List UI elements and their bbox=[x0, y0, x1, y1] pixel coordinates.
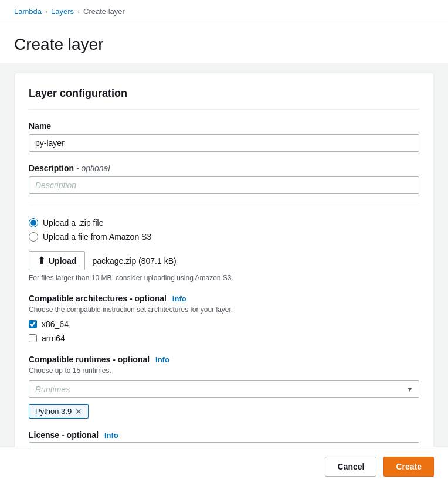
upload-s3-radio[interactable] bbox=[29, 232, 38, 242]
selected-runtimes-tags: Python 3.9 ✕ bbox=[29, 404, 419, 419]
upload-icon: ⬆ bbox=[38, 255, 45, 266]
breadcrumb-layers[interactable]: Layers bbox=[51, 7, 74, 16]
runtimes-label: Compatible runtimes - optional Info bbox=[29, 355, 419, 364]
remove-runtime-button[interactable]: ✕ bbox=[75, 407, 82, 416]
arch-x86-label: x86_64 bbox=[42, 320, 69, 329]
arch-info-link[interactable]: Info bbox=[172, 294, 186, 303]
arch-x86-checkbox[interactable] bbox=[29, 320, 37, 328]
upload-type-group: Upload a .zip file Upload a file from Am… bbox=[29, 218, 419, 242]
arch-arm-checkbox[interactable] bbox=[29, 334, 37, 342]
upload-button[interactable]: ⬆ Upload bbox=[29, 251, 85, 270]
upload-s3-label: Upload a file from Amazon S3 bbox=[43, 232, 151, 242]
runtimes-desc: Choose up to 15 runtimes. bbox=[29, 366, 419, 375]
runtimes-select-wrapper: Runtimes Python 3.9 Python 3.8 Node.js 1… bbox=[29, 380, 419, 398]
arch-arm-item[interactable]: arm64 bbox=[29, 334, 419, 343]
runtime-tag-python39: Python 3.9 ✕ bbox=[29, 404, 89, 419]
breadcrumb-sep-2: › bbox=[77, 8, 80, 16]
runtimes-group: Compatible runtimes - optional Info Choo… bbox=[29, 355, 419, 419]
layer-configuration-card: Layer configuration Name Description - o… bbox=[14, 73, 434, 486]
breadcrumb: Lambda › Layers › Create layer bbox=[0, 0, 448, 23]
description-label: Description - optional bbox=[29, 164, 419, 173]
arch-x86-item[interactable]: x86_64 bbox=[29, 320, 419, 329]
divider-1 bbox=[29, 206, 419, 206]
page-footer: Cancel Create bbox=[0, 447, 448, 486]
runtimes-select[interactable]: Runtimes Python 3.9 Python 3.8 Node.js 1… bbox=[29, 380, 419, 398]
upload-zip-label: Upload a .zip file bbox=[43, 218, 104, 227]
runtimes-info-link[interactable]: Info bbox=[155, 355, 169, 364]
upload-zip-radio-item[interactable]: Upload a .zip file bbox=[29, 218, 419, 227]
upload-button-label: Upload bbox=[49, 256, 76, 266]
runtime-tag-label: Python 3.9 bbox=[35, 407, 72, 416]
page-header: Create layer bbox=[0, 23, 448, 63]
architectures-group: Compatible architectures - optional Info… bbox=[29, 294, 419, 343]
name-input[interactable] bbox=[29, 134, 419, 152]
arch-desc: Choose the compatible instruction set ar… bbox=[29, 305, 419, 314]
breadcrumb-sep-1: › bbox=[45, 8, 47, 16]
license-label: License - optional Info bbox=[29, 430, 419, 440]
upload-group: ⬆ Upload package.zip (807.1 kB) For file… bbox=[29, 251, 419, 282]
description-input[interactable] bbox=[29, 176, 419, 194]
cancel-button[interactable]: Cancel bbox=[325, 457, 376, 477]
upload-row: ⬆ Upload package.zip (807.1 kB) bbox=[29, 251, 419, 270]
license-info-link[interactable]: Info bbox=[104, 431, 118, 440]
upload-hint: For files larger than 10 MB, consider up… bbox=[29, 274, 419, 282]
arch-label: Compatible architectures - optional Info bbox=[29, 294, 419, 303]
upload-zip-radio[interactable] bbox=[29, 218, 38, 227]
breadcrumb-lambda[interactable]: Lambda bbox=[14, 7, 42, 16]
description-group: Description - optional bbox=[29, 164, 419, 194]
create-button[interactable]: Create bbox=[383, 457, 434, 477]
name-label: Name bbox=[29, 121, 419, 131]
file-name: package.zip (807.1 kB) bbox=[92, 256, 176, 266]
upload-s3-radio-item[interactable]: Upload a file from Amazon S3 bbox=[29, 232, 419, 242]
card-title: Layer configuration bbox=[29, 87, 419, 110]
main-content: Layer configuration Name Description - o… bbox=[0, 63, 448, 486]
breadcrumb-current: Create layer bbox=[83, 7, 125, 16]
arch-arm-label: arm64 bbox=[42, 334, 65, 343]
name-group: Name bbox=[29, 121, 419, 152]
page-title: Create layer bbox=[14, 35, 434, 54]
